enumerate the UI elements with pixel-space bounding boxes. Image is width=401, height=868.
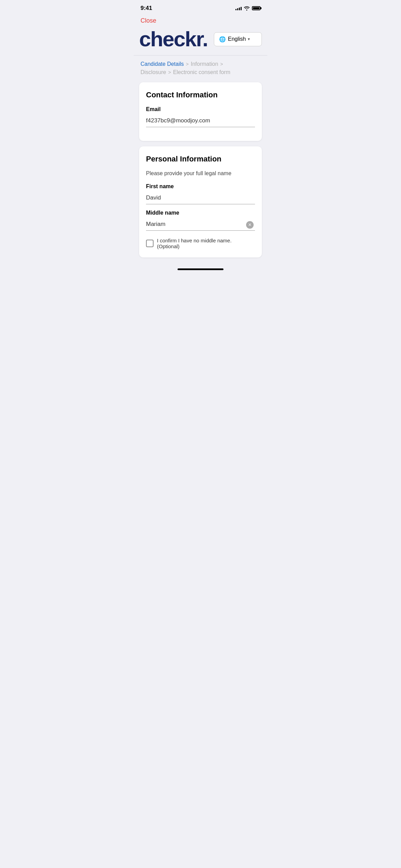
header: checkr. 🌐 English ▾ xyxy=(134,28,267,55)
signal-icon xyxy=(235,6,242,10)
wifi-icon xyxy=(244,6,250,11)
personal-card-title: Personal Information xyxy=(146,155,255,164)
breadcrumb-information: Information xyxy=(191,61,218,67)
breadcrumb-sep-3: > xyxy=(168,70,171,75)
no-middle-name-checkbox[interactable] xyxy=(146,240,154,247)
breadcrumb-disclosure: Disclosure xyxy=(141,69,166,75)
language-label: English xyxy=(228,36,246,42)
contact-card-title: Contact Information xyxy=(146,91,255,99)
middle-name-input[interactable] xyxy=(146,219,255,231)
personal-card-subtitle: Please provide your full legal name xyxy=(146,170,255,177)
middle-name-label: Middle name xyxy=(146,210,255,216)
first-name-input[interactable] xyxy=(146,192,255,204)
email-field-group: Email xyxy=(146,106,255,127)
email-label: Email xyxy=(146,106,255,112)
middle-name-field-group: Middle name xyxy=(146,210,255,231)
personal-information-card: Personal Information Please provide your… xyxy=(139,146,262,257)
middle-name-input-wrapper xyxy=(146,219,255,231)
status-bar: 9:41 xyxy=(134,0,267,14)
no-middle-name-label: I confirm I have no middle name. (Option… xyxy=(157,238,255,249)
logo: checkr. xyxy=(139,28,208,50)
home-indicator xyxy=(178,268,223,270)
globe-icon: 🌐 xyxy=(219,36,226,43)
email-input[interactable] xyxy=(146,115,255,127)
no-middle-name-row: I confirm I have no middle name. (Option… xyxy=(146,238,255,249)
first-name-label: First name xyxy=(146,183,255,190)
language-selector[interactable]: 🌐 English ▾ xyxy=(214,32,262,46)
status-icons xyxy=(235,6,260,11)
chevron-down-icon: ▾ xyxy=(248,37,250,41)
breadcrumb-candidate-details[interactable]: Candidate Details xyxy=(141,61,184,67)
status-time: 9:41 xyxy=(141,5,152,12)
breadcrumb-consent: Electronic consent form xyxy=(173,69,230,75)
battery-icon xyxy=(252,6,260,10)
top-nav: Close xyxy=(134,14,267,28)
breadcrumb: Candidate Details > Information > Disclo… xyxy=(134,56,267,77)
contact-information-card: Contact Information Email xyxy=(139,82,262,141)
first-name-field-group: First name xyxy=(146,183,255,204)
breadcrumb-sep-1: > xyxy=(186,61,189,67)
middle-name-clear-button[interactable] xyxy=(246,221,254,229)
breadcrumb-sep-2: > xyxy=(220,61,223,67)
close-button[interactable]: Close xyxy=(141,17,156,24)
main-content: Contact Information Email Personal Infor… xyxy=(134,77,267,263)
